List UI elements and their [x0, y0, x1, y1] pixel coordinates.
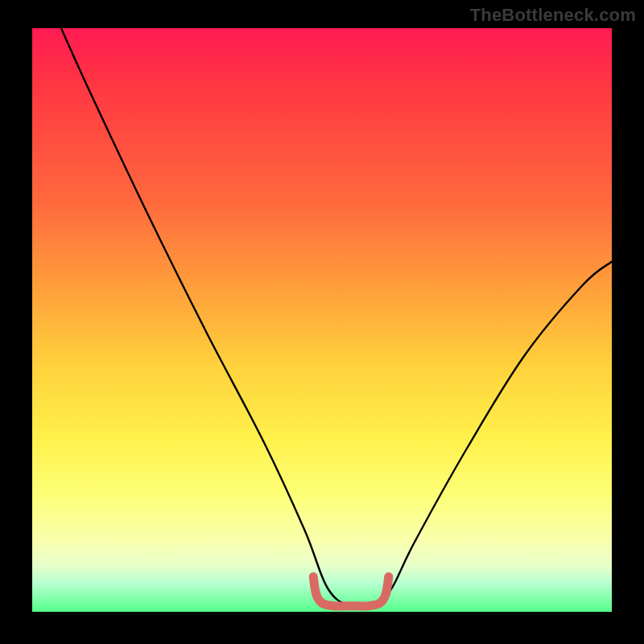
- plot-area: [32, 28, 612, 612]
- chart-frame: TheBottleneck.com: [0, 0, 644, 644]
- watermark-text: TheBottleneck.com: [470, 5, 636, 26]
- chart-svg: [32, 28, 612, 612]
- bottleneck-curve-path: [61, 28, 612, 609]
